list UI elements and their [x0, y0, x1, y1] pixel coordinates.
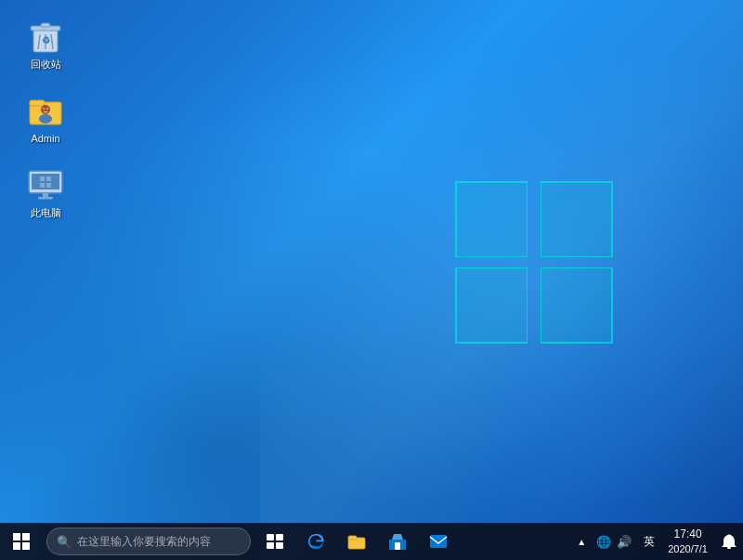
admin-icon[interactable]: Admin [13, 88, 78, 149]
language-indicator[interactable]: 英 [638, 523, 660, 560]
svg-rect-19 [43, 193, 48, 197]
svg-rect-14 [32, 174, 59, 189]
svg-point-11 [43, 108, 45, 110]
svg-rect-28 [395, 542, 400, 550]
svg-point-10 [39, 114, 52, 124]
volume-tray-icon: 🔊 [614, 535, 634, 549]
recycle-bin-icon[interactable]: ♻ 回收站 [13, 14, 78, 74]
svg-rect-20 [38, 197, 53, 200]
svg-rect-26 [348, 536, 357, 540]
this-pc-label: 此电脑 [31, 206, 61, 219]
svg-rect-30 [727, 547, 731, 549]
tray-icons-group[interactable]: 🌐 🔊 [590, 535, 638, 549]
desktop: ♻ 回收站 Admin [0, 0, 743, 560]
tray-expand-button[interactable]: ▲ [573, 537, 590, 547]
recycle-bin-image: ♻ [27, 18, 64, 55]
svg-rect-22 [276, 534, 283, 540]
svg-point-9 [41, 105, 50, 114]
clock-time: 17:40 [674, 527, 702, 542]
language-label: 英 [644, 534, 655, 550]
taskbar: 🔍 在这里输入你要搜索的内容 [0, 523, 743, 560]
edge-icon [306, 532, 325, 551]
svg-rect-15 [40, 176, 45, 181]
admin-image [27, 92, 64, 129]
svg-rect-29 [430, 535, 447, 548]
explorer-icon [347, 533, 366, 550]
svg-rect-17 [40, 183, 45, 188]
svg-rect-24 [276, 542, 283, 549]
task-view-button[interactable] [254, 523, 295, 560]
store-icon [388, 532, 407, 551]
network-tray-icon: 🌐 [593, 535, 614, 549]
mail-button[interactable] [418, 523, 459, 560]
svg-rect-8 [30, 100, 45, 106]
svg-rect-18 [46, 183, 51, 188]
notification-button[interactable] [715, 523, 743, 560]
search-bar[interactable]: 🔍 在这里输入你要搜索的内容 [46, 527, 251, 555]
admin-label: Admin [31, 132, 59, 145]
recycle-bin-label: 回收站 [31, 58, 61, 71]
this-pc-icon[interactable]: 此电脑 [13, 163, 78, 223]
svg-point-12 [46, 108, 48, 110]
svg-rect-23 [267, 542, 274, 549]
this-pc-image [27, 166, 64, 203]
start-icon [13, 533, 30, 550]
mail-icon [429, 534, 448, 549]
clock-date: 2020/7/1 [668, 542, 708, 555]
svg-rect-16 [46, 176, 51, 181]
store-button[interactable] [377, 523, 418, 560]
start-button[interactable] [0, 523, 43, 560]
clock[interactable]: 17:40 2020/7/1 [660, 523, 715, 560]
windows-logo [455, 181, 613, 344]
tray-expand-icon: ▲ [577, 537, 586, 547]
explorer-button[interactable] [336, 523, 377, 560]
search-icon: 🔍 [57, 535, 72, 549]
search-placeholder-text: 在这里输入你要搜索的内容 [77, 534, 211, 550]
notification-icon [722, 533, 736, 550]
edge-button[interactable] [295, 523, 336, 560]
svg-rect-21 [267, 534, 274, 540]
svg-text:♻: ♻ [42, 35, 50, 46]
system-tray: ▲ 🌐 🔊 英 17:40 2020/7/1 [573, 523, 743, 560]
task-view-icon [267, 534, 283, 549]
svg-rect-2 [41, 23, 50, 27]
